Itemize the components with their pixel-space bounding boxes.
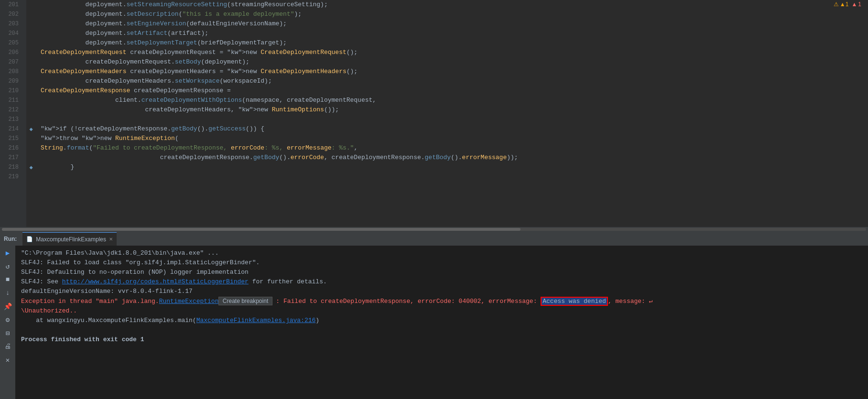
gutter-213 <box>26 115 36 124</box>
output-line-2: SLF4J: Defaulting to no-operation (NOP) … <box>21 268 862 277</box>
code-line-215: "kw">throw "kw">new RuntimeException( <box>41 134 868 143</box>
run-pin-button[interactable]: 📌 <box>2 301 13 312</box>
line-number-209: 209 <box>0 76 22 86</box>
gutter-210 <box>26 86 36 96</box>
code-line-219 <box>41 172 868 182</box>
output-line-3: SLF4J: See http://www.slf4j.org/codes.ht… <box>21 277 862 287</box>
output-line-5: Exception in thread "main" java.lang.Run… <box>21 296 862 306</box>
gutter-212 <box>26 105 36 115</box>
tab-close-button[interactable]: ✕ <box>109 237 113 242</box>
output-line-8 <box>21 325 862 335</box>
code-line-202: deployment.setDescription("this is a exa… <box>41 10 868 19</box>
line-number-217: 217 <box>0 153 22 162</box>
gutter-211 <box>26 96 36 105</box>
run-print-button[interactable]: 🖨 <box>2 341 13 352</box>
output-line-1: SLF4J: Failed to load class "org.slf4j.i… <box>21 258 862 268</box>
gutter-201 <box>26 0 36 10</box>
output-line-4: defaultEngineVersionName: vvr-8.0.4-flin… <box>21 287 862 296</box>
line-number-208: 208 <box>0 67 22 76</box>
run-tabs: Run: 📄 MaxcomputeFlinkExamples ✕ <box>0 232 868 246</box>
error-badge: ▲1 <box>851 1 861 8</box>
slf4j-link[interactable]: http://www.slf4j.org/codes.html#StaticLo… <box>62 278 249 285</box>
gutter-218: ◆ <box>26 162 36 172</box>
gutter-209 <box>26 76 36 86</box>
code-line-206: CreateDeploymentRequest createDeployment… <box>41 48 868 57</box>
code-line-216: String.format("Failed to createDeploymen… <box>41 143 868 153</box>
run-fold-button[interactable]: ⊟ <box>2 328 13 338</box>
gutter-202 <box>26 10 36 19</box>
run-settings-button[interactable]: ⚙ <box>2 314 13 325</box>
run-stop-button[interactable]: ■ <box>2 274 13 285</box>
code-line-207: createDeploymentRequest.setBody(deployme… <box>41 57 868 67</box>
code-line-217: createDeploymentResponse.getBody().error… <box>41 153 868 162</box>
gutter-204 <box>26 29 36 38</box>
run-label: Run: <box>4 236 17 242</box>
line-number-216: 216 <box>0 143 22 153</box>
code-line-212: createDeploymentHeaders, "kw">new Runtim… <box>41 105 868 115</box>
run-panel: Run: 📄 MaxcomputeFlinkExamples ✕ ▶ ↺ ■ ↓… <box>0 232 868 399</box>
gutter: ◆◆ <box>26 0 36 227</box>
line-number-201: 201 <box>0 0 22 10</box>
scrollbar-track[interactable] <box>2 228 866 231</box>
run-scroll-end-button[interactable]: ↓ <box>2 288 13 298</box>
run-output[interactable]: "C:\Program Files\Java\jdk1.8.0_201\bin\… <box>15 246 868 399</box>
access-denied-highlight: Access was denied <box>541 297 608 306</box>
create-breakpoint-tooltip: Create breakpoint <box>218 297 272 305</box>
stack-trace-link[interactable]: MaxcomputeFlinkExamples.java:216 <box>196 317 316 324</box>
gutter-206 <box>26 48 36 57</box>
line-number-203: 203 <box>0 19 22 29</box>
line-number-202: 202 <box>0 10 22 19</box>
horizontal-scrollbar[interactable] <box>0 227 868 232</box>
gutter-203 <box>26 19 36 29</box>
code-line-213 <box>41 115 868 124</box>
gutter-215 <box>26 134 36 143</box>
gutter-216 <box>26 143 36 153</box>
line-number-215: 215 <box>0 134 22 143</box>
output-line-7: at wangxingyu.MaxcomputeFlinkExamples.ma… <box>21 316 862 325</box>
gutter-207 <box>26 57 36 67</box>
line-number-218: 218 <box>0 162 22 172</box>
run-tab[interactable]: 📄 MaxcomputeFlinkExamples ✕ <box>22 232 117 246</box>
code-line-208: CreateDeploymentHeaders createDeployment… <box>41 67 868 76</box>
line-number-204: 204 <box>0 29 22 38</box>
code-line-201: deployment.setStreamingResourceSetting(s… <box>41 0 868 10</box>
gutter-217 <box>26 153 36 162</box>
code-line-203: deployment.setEngineVersion(defaultEngin… <box>41 19 868 29</box>
runtime-exception-link[interactable]: RuntimeException <box>159 298 219 305</box>
run-sidebar: ▶ ↺ ■ ↓ 📌 ⚙ ⊟ 🖨 ✕ <box>0 246 15 399</box>
status-badges: ⚠▲1 ▲1 <box>832 0 863 9</box>
run-rerun-button[interactable]: ↺ <box>2 261 13 271</box>
line-number-212: 212 <box>0 105 22 115</box>
run-tab-label: MaxcomputeFlinkExamples <box>36 236 106 243</box>
run-close-side-button[interactable]: ✕ <box>2 355 13 365</box>
code-line-218: } <box>41 162 868 172</box>
line-numbers: 2012022032042052062072082092102112122132… <box>0 0 26 227</box>
line-number-210: 210 <box>0 86 22 96</box>
line-number-205: 205 <box>0 38 22 48</box>
line-number-214: 214 <box>0 124 22 134</box>
line-number-213: 213 <box>0 115 22 124</box>
line-number-207: 207 <box>0 57 22 67</box>
gutter-205 <box>26 38 36 48</box>
output-line-6: \Unauthorized.. <box>21 306 862 316</box>
code-line-211: client.createDeploymentWithOptions(names… <box>41 96 868 105</box>
line-number-211: 211 <box>0 96 22 105</box>
code-line-214: "kw">if (!createDeploymentResponse.getBo… <box>41 124 868 134</box>
run-play-button[interactable]: ▶ <box>2 248 13 258</box>
code-line-209: createDeploymentHeaders.setWorkspace(wor… <box>41 76 868 86</box>
code-line-204: deployment.setArtifact(artifact); <box>41 29 868 38</box>
gutter-214: ◆ <box>26 124 36 134</box>
code-line-210: CreateDeploymentResponse createDeploymen… <box>41 86 868 96</box>
gutter-219 <box>26 172 36 182</box>
output-line-9: Process finished with exit code 1 <box>21 335 862 345</box>
line-number-219: 219 <box>0 172 22 182</box>
output-line-0: "C:\Program Files\Java\jdk1.8.0_201\bin\… <box>21 248 862 258</box>
code-content[interactable]: deployment.setStreamingResourceSetting(s… <box>36 0 868 227</box>
warning-badge: ⚠▲1 <box>834 1 849 8</box>
line-number-206: 206 <box>0 48 22 57</box>
scrollbar-thumb[interactable] <box>2 228 521 231</box>
run-body: ▶ ↺ ■ ↓ 📌 ⚙ ⊟ 🖨 ✕ "C:\Program Files\Java… <box>0 246 868 399</box>
gutter-208 <box>26 67 36 76</box>
code-line-205: deployment.setDeploymentTarget(briefDepl… <box>41 38 868 48</box>
code-editor: ⚠▲1 ▲1 201202203204205206207208209210211… <box>0 0 868 227</box>
